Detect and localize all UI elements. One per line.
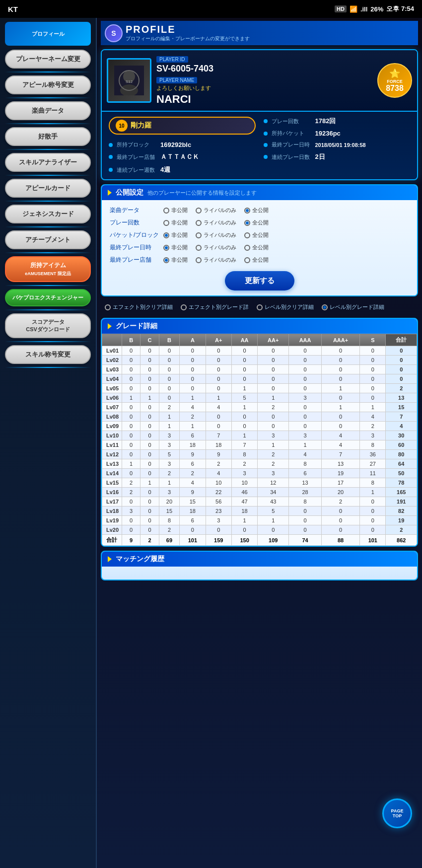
- grade-row-label: Lv20: [102, 525, 122, 535]
- radio-option[interactable]: ライバルのみ: [196, 207, 236, 214]
- grade-cell: 3: [258, 469, 289, 478]
- radio-option[interactable]: ライバルのみ: [196, 231, 236, 239]
- grade-cell: 0: [258, 384, 289, 393]
- grade-cell: 0: [289, 412, 322, 422]
- stat-block-label: 所持ブロック: [117, 141, 156, 148]
- main-layout: プロフィール プレーヤーネーム変更 アピール称号変更 楽曲データ 好散手 スキル…: [0, 18, 422, 868]
- sidebar-item-exchange[interactable]: パケプロエクスチェンジャー: [5, 289, 91, 306]
- grade-cell: 0: [141, 346, 159, 356]
- grade-cell: 0: [122, 516, 141, 525]
- grade-cell: 0: [231, 422, 257, 431]
- status-bar: KT HD 📶 .ill 26% 오후 7:54: [0, 0, 422, 18]
- profile-subtitle: プロフィールの編集・プレーボーナムの変更ができます: [126, 35, 250, 42]
- sidebar-item-skill-analyzer[interactable]: スキルアナライザー: [5, 153, 91, 172]
- grade-cell: 1: [258, 393, 289, 403]
- goryura-rank-icon: 10: [116, 120, 128, 132]
- radio-option[interactable]: ライバルのみ: [196, 219, 236, 226]
- sidebar-item-music-data[interactable]: 楽曲データ: [5, 101, 91, 120]
- radio-option[interactable]: 全公開: [244, 207, 269, 214]
- sidebar-item-csv-download[interactable]: スコアデータ CSVダウンロード: [5, 313, 91, 338]
- stat-consec-weeks: 連続プレー週数 4週: [109, 165, 256, 174]
- grade-cell: 0: [141, 506, 159, 516]
- profile-top: S12 PLAYER ID SV-6005-7403 PLAYER NAME よ…: [102, 50, 417, 112]
- radio-option[interactable]: 非公開: [163, 244, 188, 251]
- sidebar-item-favorites[interactable]: 好散手: [5, 127, 91, 146]
- grade-cell: 0: [258, 374, 289, 384]
- grade-column-header: AAA: [289, 334, 322, 346]
- page-top-button[interactable]: PAGE TOP: [382, 798, 412, 828]
- sidebar-item-appeal-title[interactable]: アピール称号変更: [5, 75, 91, 94]
- grade-cell: 1: [231, 403, 257, 412]
- grade-cell: 1: [231, 431, 257, 440]
- grade-cell: 0: [206, 412, 231, 422]
- divider-2: [5, 97, 91, 98]
- grade-cell: 69: [159, 535, 179, 546]
- radio-option[interactable]: ライバルのみ: [196, 244, 236, 251]
- stat-consec-days: 連続プレー日数 2日: [264, 152, 411, 161]
- divider-4: [5, 149, 91, 150]
- grade-cell: 18: [180, 506, 206, 516]
- sidebar-item-genesis-card[interactable]: ジェネシスカード: [5, 205, 91, 223]
- table-row: Lv1310362228132764: [102, 459, 417, 469]
- public-settings-body: 楽曲データ 非公開 ライバルのみ 全公開 プレー回数 非公開 ライバルのみ 全公…: [102, 200, 417, 295]
- grade-cell: 1: [360, 488, 386, 497]
- grade-cell: 191: [386, 497, 417, 506]
- radio-option[interactable]: 全公開: [244, 219, 269, 226]
- grade-cell: 1: [360, 403, 386, 412]
- grade-cell: 78: [386, 478, 417, 488]
- grade-cell: 64: [386, 459, 417, 469]
- grade-cell: 43: [258, 497, 289, 506]
- content-area: S PROFILE プロフィールの編集・プレーボーナムの変更ができます S12: [97, 18, 422, 868]
- grade-detail-header: グレード詳細: [102, 319, 417, 334]
- stat-packet-value: 19236pc: [315, 130, 341, 137]
- grade-cell: 7: [231, 440, 257, 450]
- filter-effect-grade[interactable]: エフェクト別グレード詳: [181, 303, 249, 311]
- grade-row-label: Lv01: [102, 346, 122, 356]
- update-button[interactable]: 更新する: [225, 271, 294, 290]
- grade-cell: 0: [360, 497, 386, 506]
- grade-cell: 8: [289, 459, 322, 469]
- grade-cell: 9: [180, 450, 206, 459]
- grade-cell: 60: [386, 440, 417, 450]
- grade-column-header: C: [141, 334, 159, 346]
- grade-cell: 0: [289, 506, 322, 516]
- filter-level-clear[interactable]: レベル別クリア詳細: [257, 303, 314, 311]
- grade-cell: 1: [141, 478, 159, 488]
- table-row: Lv0400000000000: [102, 374, 417, 384]
- grade-cell: 0: [360, 393, 386, 403]
- grade-cell: 159: [206, 535, 231, 546]
- grade-cell: 0: [122, 431, 141, 440]
- grade-cell: 4: [180, 403, 206, 412]
- grade-cell: 50: [386, 469, 417, 478]
- grade-cell: 2: [386, 525, 417, 535]
- radio-option[interactable]: 非公開: [163, 256, 188, 264]
- filter-level-grade[interactable]: レベル別グレード詳細: [322, 303, 384, 311]
- grade-cell: 1: [122, 459, 141, 469]
- sidebar-item-owned-items[interactable]: 所持アイテム eAMUSEMENT 限定品: [5, 256, 91, 282]
- radio-option[interactable]: 全公開: [244, 256, 269, 264]
- setting-label-0: 楽曲データ: [110, 205, 159, 216]
- radio-option[interactable]: 非公開: [163, 231, 188, 239]
- grade-cell: 0: [360, 516, 386, 525]
- grade-cell: 0: [386, 346, 417, 356]
- hd-icon: HD: [335, 5, 347, 12]
- stat-dot-4: [264, 143, 268, 147]
- radio-option[interactable]: 全公開: [244, 244, 269, 251]
- setting-options-0: 非公開 ライバルのみ 全公開: [163, 205, 409, 216]
- sidebar-item-skill-title[interactable]: スキル称号変更: [5, 345, 91, 364]
- filter-effect-clear[interactable]: エフェクト別クリア詳細: [105, 303, 173, 311]
- radio-option[interactable]: ライバルのみ: [196, 256, 236, 264]
- sidebar-item-player-name[interactable]: プレーヤーネーム変更: [5, 50, 91, 69]
- stat-last-play-store-value: ＡＴＴＡＣＫ: [160, 152, 199, 161]
- grade-cell: 0: [180, 365, 206, 374]
- table-row: Lv06110115130013: [102, 393, 417, 403]
- radio-option[interactable]: 全公開: [244, 231, 269, 239]
- grade-cell: 0: [141, 374, 159, 384]
- grade-cell: 2: [180, 469, 206, 478]
- radio-option[interactable]: 非公開: [163, 207, 188, 214]
- profile-title: PROFILE: [126, 24, 250, 35]
- sidebar-item-appeal-card[interactable]: アピールカード: [5, 179, 91, 198]
- radio-option[interactable]: 非公開: [163, 219, 188, 226]
- player-greeting: よろしくお願いします: [156, 84, 372, 92]
- sidebar-item-achievement[interactable]: アチーブメント: [5, 230, 91, 249]
